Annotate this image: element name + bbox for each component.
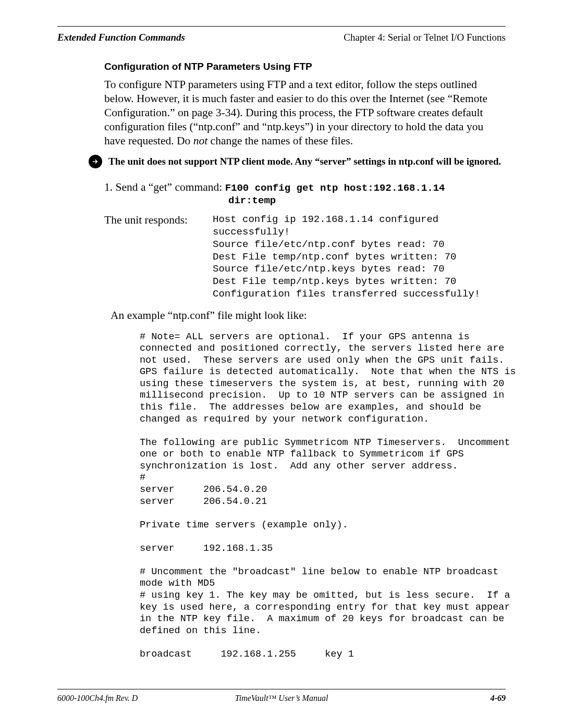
header-rule [57, 26, 506, 27]
response-label: The unit responds: [104, 214, 213, 300]
running-footer: 6000-100Ch4.fm Rev. D TimeVault™ User’s … [57, 694, 506, 703]
footer-center: TimeVault™ User’s Manual [57, 694, 506, 703]
body-content: Configuration of NTP Parameters Using FT… [104, 61, 506, 660]
footer-rule [57, 689, 506, 689]
step-1: 1. Send a “get” command: F100 config get… [104, 181, 506, 194]
arrow-right-circle-icon [89, 155, 102, 168]
header-left: Extended Function Commands [57, 32, 185, 43]
intro-paragraph: To configure NTP parameters using FTP an… [104, 78, 506, 147]
intro-not: not [193, 134, 207, 147]
ntp-conf-example: # Note= ALL servers are optional. If you… [140, 331, 516, 661]
page: Extended Function Commands Chapter 4: Se… [0, 0, 563, 728]
header-right: Chapter 4: Serial or Telnet I/O Function… [344, 32, 506, 43]
intro-text-2: change the names of these files. [207, 134, 353, 147]
running-header: Extended Function Commands Chapter 4: Se… [57, 32, 506, 43]
note-callout: The unit does not support NTP client mod… [89, 155, 506, 168]
section-heading: Configuration of NTP Parameters Using FT… [104, 61, 506, 72]
response-lines: Host config ip 192.168.1.14 configured s… [213, 214, 480, 300]
note-text: The unit does not support NTP client mod… [108, 156, 501, 167]
step-1-command-line2: dir:temp [228, 195, 506, 206]
step-1-command: F100 config get ntp host:192.168.1.14 [225, 182, 445, 194]
example-intro: An example “ntp.conf” file might look li… [111, 309, 506, 322]
unit-response: The unit responds: Host config ip 192.16… [104, 214, 506, 300]
step-1-prefix: 1. Send a “get” command: [104, 181, 225, 193]
